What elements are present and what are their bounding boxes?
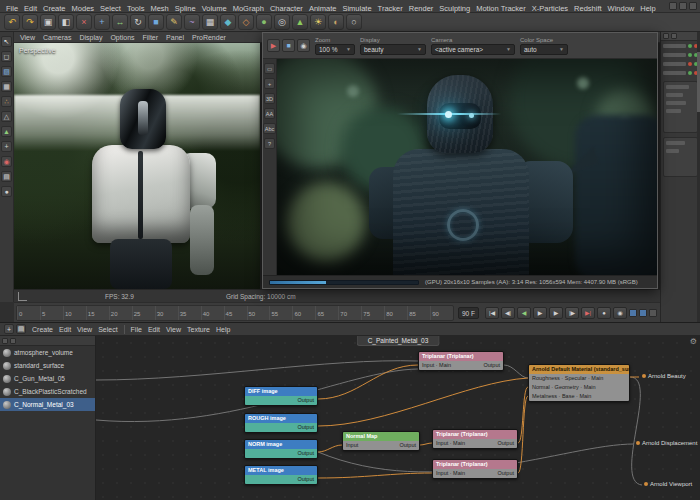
text-overlay-icon[interactable]: Abc [263,123,276,134]
node-triplanar[interactable]: Triplanar (Triplanar) Input · MainOutput [418,351,504,371]
camera-icon[interactable]: ▲ [292,14,308,30]
3d-manipulation-icon[interactable]: 3D [264,93,275,104]
material-item[interactable]: C_Gun_Metal_05 [0,372,95,385]
object-row[interactable] [661,50,700,59]
add-node-icon[interactable]: + [4,324,14,334]
menubar-item[interactable]: Edit [21,4,40,13]
material-manager-menu-item[interactable]: Help [216,326,230,333]
layer-icon[interactable]: ▤ [1,171,12,182]
crop-region-icon[interactable]: ▭ [264,63,275,74]
object-row[interactable] [661,41,700,50]
menubar-item[interactable]: Select [97,4,124,13]
node-norm-image[interactable]: NORM image Output [244,439,318,459]
render-view-icon[interactable]: ▣ [40,14,56,30]
pen-icon[interactable]: ✎ [166,14,182,30]
material-item[interactable]: C_Normal_Metal_03 [0,398,95,411]
material-manager-menu-item[interactable]: Edit [148,326,160,333]
menubar-item[interactable]: Tracker [375,4,406,13]
aa-samples-icon[interactable]: AA [264,108,275,119]
menubar-item[interactable]: Create [40,4,69,13]
keyframe-option-icon[interactable] [639,309,647,317]
node-editor-menu-item[interactable]: View [77,326,92,333]
material-preview-panel[interactable] [663,137,698,177]
spline-icon[interactable]: ~ [184,14,200,30]
model-mode-icon[interactable]: ◻ [1,51,12,62]
polygons-mode-icon[interactable]: ▲ [1,126,12,137]
scale-icon[interactable]: ↔ [112,14,128,30]
edges-mode-icon[interactable]: △ [1,111,12,122]
object-row[interactable] [661,59,700,68]
node-rough-image[interactable]: ROUGH image Output [244,413,318,433]
node-normal-map[interactable]: Normal Map InputOutput [342,431,420,451]
menubar-item[interactable]: Render [406,4,437,13]
stop-ipr-icon[interactable]: ■ [282,39,295,52]
keyframe-option-icon[interactable] [629,309,637,317]
volume-icon[interactable]: ◆ [220,14,236,30]
node-diff-image[interactable]: DIFF image Output [244,386,318,406]
layout-icon[interactable] [679,2,687,10]
sort-icon[interactable] [10,338,16,344]
mograph-icon[interactable]: ◇ [238,14,254,30]
node-triplanar[interactable]: Triplanar (Triplanar) Input · MainOutput [432,459,518,479]
node-standard-surface[interactable]: Arnold Default Material (standard_surfac… [528,364,630,402]
menubar-item[interactable]: Motion Tracker [473,4,529,13]
node-editor-menu-item[interactable]: Edit [59,326,71,333]
active-material-tab[interactable]: C_Painted_Metal_03 [357,336,440,346]
viewport-canvas[interactable]: Perspective [14,43,260,289]
menubar-item[interactable]: Help [637,4,658,13]
node-graph[interactable]: C_Painted_Metal_03 ⚙ [96,336,700,500]
environment-icon[interactable]: ○ [346,14,362,30]
move-icon[interactable]: + [94,14,110,30]
next-key-button[interactable]: |▶ [565,307,579,319]
render-image[interactable] [277,59,657,275]
menubar-item[interactable]: Mesh [147,4,171,13]
axis-mode-icon[interactable]: + [1,141,12,152]
menubar-item[interactable]: File [3,4,21,13]
light-icon[interactable]: ☀ [310,14,326,30]
menubar-item[interactable]: X-Particles [529,4,571,13]
filter-icon[interactable] [2,338,8,344]
snapshot-icon[interactable]: ◉ [297,39,310,52]
material-manager-menu-item[interactable]: File [131,326,142,333]
viewport-menu-item[interactable]: Filter [143,34,159,41]
prev-frame-button[interactable]: ◀ [517,307,531,319]
layout-icon[interactable] [689,2,697,10]
dynamics-icon[interactable]: ● [256,14,272,30]
record-button[interactable]: ● [597,307,611,319]
undo-icon[interactable]: ↶ [4,14,20,30]
play-button[interactable]: ▶ [533,307,547,319]
menubar-item[interactable]: Simulate [339,4,374,13]
menubar-item[interactable]: Spline [172,4,199,13]
points-mode-icon[interactable]: ∴ [1,96,12,107]
goto-end-button[interactable]: ▶| [581,307,595,319]
viewport-menu-item[interactable]: View [20,34,35,41]
keyframe-option-icon[interactable] [649,309,657,317]
snap-icon[interactable]: ◉ [1,156,12,167]
viewport-menu-item[interactable]: Panel [166,34,184,41]
node-editor-menu-item[interactable]: Create [32,326,53,333]
colorspace-select[interactable]: auto▼ [520,44,568,55]
material-item[interactable]: atmosphere_volume [0,346,95,359]
frame-end-field[interactable]: 90 F [458,307,479,319]
workplane-icon[interactable]: ▦ [1,81,12,92]
object-row[interactable] [661,68,700,77]
layout-icon[interactable]: ▤ [16,324,26,334]
menubar-item[interactable]: Tools [124,4,148,13]
viewport-menu-item[interactable]: Display [79,34,102,41]
camera-select[interactable]: <active camera>▼ [431,44,515,55]
redo-icon[interactable]: ↷ [22,14,38,30]
menubar-item[interactable]: Window [605,4,638,13]
start-ipr-icon[interactable]: ▶ [267,39,280,52]
menubar-item[interactable]: Modes [69,4,98,13]
deformer-icon[interactable]: ◎ [274,14,290,30]
timeline-ruler[interactable]: 051015202530354045505560657075808590 [16,305,454,321]
goto-start-button[interactable]: |◀ [485,307,499,319]
viewport-menu-item[interactable]: ProRender [192,34,226,41]
zoom-select[interactable]: 100 %▼ [315,44,355,55]
rotate-icon[interactable]: ↻ [130,14,146,30]
render-settings-icon[interactable]: ◧ [58,14,74,30]
node-triplanar[interactable]: Triplanar (Triplanar) Input · MainOutput [432,429,518,449]
node-metal-image[interactable]: METAL image Output [244,465,318,485]
menubar-item[interactable]: Sculpting [436,4,473,13]
prev-key-button[interactable]: ◀| [501,307,515,319]
